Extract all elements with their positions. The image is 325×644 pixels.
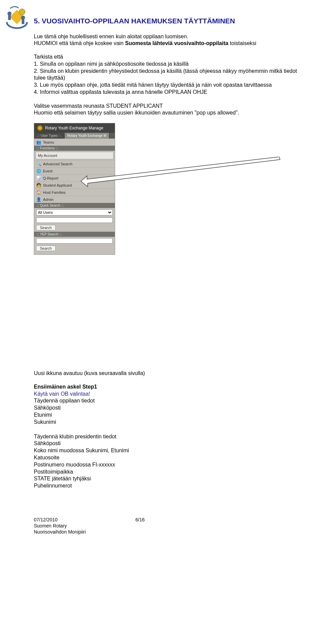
yep-search-button[interactable]: Search [36,246,56,251]
sidebar-item-admin[interactable]: 👤 Admin [34,196,115,203]
sidebar-item-my-account[interactable]: My Account [36,152,113,159]
section-quick-search: .:: Quick Search ::. [34,203,115,208]
checklist: Tarkista että 1. Sinulla on oppilaan nim… [34,54,298,96]
checklist-item-2: 2. Sinulla on klubin presidentin yhteyst… [34,68,298,82]
yep-search-input[interactable] [36,238,113,244]
advanced-search-label: Advanced Search [43,162,72,166]
sidebar-item-event[interactable]: 🌐 Event [34,167,115,174]
president-zip: Postinumero muodossa FI-xxxxxx [34,461,298,469]
svg-rect-5 [22,19,24,24]
svg-rect-3 [8,15,11,20]
rotary-logo [3,3,30,30]
ryem-tabs: .:: User Types ::. Rotary Youth Exchange… [34,133,115,139]
checklist-item-4: 4. Informoi valittua oppilasta tulevasta… [34,89,298,96]
sidebar-item-host-families[interactable]: 🏠 Host Families [34,189,115,196]
president-block: Täydennä klubin presidentin tiedot Sähkö… [34,433,298,490]
president-fill: Täydennä klubin presidentin tiedot [34,433,298,440]
president-street: Katuosoite [34,454,298,461]
intro-line-2-post: toistaiseksi [228,40,256,46]
footer-org-2: Nuorisovaihdon Monipiiri [34,529,298,535]
host-families-icon: 🏠 [36,190,41,195]
qreport-label: Q-Report [43,176,58,180]
step1-heading: Ensiimäinen askel Step1 [34,383,298,391]
footer-org-1: Suomen Rotary [34,523,298,529]
step1-lastname: Sukunimi [34,419,298,426]
search-icon: 🔍 [36,162,41,166]
teams-icon: 👥 [36,140,41,145]
ryem-title: Rotary Youth Exchange Manage [45,126,103,130]
checklist-head: Tarkista että [34,54,298,61]
page-heading: 5. VUOSIVAIHTO-OPPILAAN HAKEMUKSEN TÄYTT… [34,17,298,25]
tab-user-types[interactable]: .:: User Types ::. [34,133,65,139]
instruction-line-1: Valitse vasemmasta reunasta STUDENT APPL… [34,103,163,109]
president-email: Sähköposti [34,440,298,447]
president-state: STATE jätetään tyhjäksi [34,475,298,482]
event-icon: 🌐 [36,169,41,173]
footer-page-number: 6/16 [135,517,145,523]
quick-search-input[interactable] [36,217,113,223]
sidebar-item-qreport[interactable]: 📊 Q-Report [34,174,115,182]
president-fullname: Koko nimi muodossa Sukunimi, Etunimi [34,447,298,454]
screenshot-embed: Rotary Youth Exchange Manage .:: User Ty… [34,123,298,255]
sidebar-item-advanced-search[interactable]: 🔍 Advanced Search [34,160,115,167]
instruction-paragraph: Valitse vasemmasta reunasta STUDENT APPL… [34,103,298,116]
ryem-header: Rotary Youth Exchange Manage [34,123,115,133]
intro-line-2-bold: Suomesta lähteviä vuosivaihto-oppilaita [125,40,228,46]
step1-block: Ensiimäinen askel Step1 Käytä vain OB va… [34,383,298,426]
svg-point-1 [19,9,25,15]
ryem-panel: Rotary Youth Exchange Manage .:: User Ty… [34,123,115,255]
intro-paragraph: Lue tämä ohje huolellisesti ennen kuin a… [34,33,298,47]
instruction-line-2: Huomio että selaimen täytyy sallia uusie… [34,110,239,116]
host-families-label: Host Families [43,190,66,194]
president-city: Postitoimipaikka [34,469,298,476]
page-footer: 07/12/2010 6/16 Suomen Rotary Nuorisovai… [34,517,298,535]
student-icon: 🧑 [36,183,41,188]
step1-blue-note: Käytä vain OB valintaa! [34,391,298,398]
step1-email: Sähköposti [34,404,298,412]
step1-firstname: Etunimi [34,412,298,419]
svg-point-2 [7,12,12,16]
rotary-gear-icon [37,125,43,131]
event-label: Event [43,169,52,173]
admin-icon: 👤 [36,197,41,202]
tab-ryem[interactable]: Rotary Youth Exchange M [65,133,110,139]
admin-label: Admin [43,198,53,202]
student-applicant-label: Student Applicant [43,183,72,187]
checklist-item-3: 3. Lue myös oppilaan ohje, jotta tiedät … [34,82,298,89]
sidebar-item-teams[interactable]: 👥 Teams [34,139,115,146]
intro-line-2-pre: HUOMIOI että tämä ohje koskee vain [34,40,125,46]
qreport-icon: 📊 [36,176,41,181]
president-phone: Puhelinnumerot [34,482,298,490]
new-window-text: Uusi ikkuna avautuu (kuva seuraavalla si… [34,370,298,377]
step1-fill-student: Täydennä oppilaan tiedot [34,397,298,404]
svg-point-4 [21,16,25,20]
intro-line-1: Lue tämä ohje huolellisesti ennen kuin a… [34,34,188,39]
footer-date: 07/12/2010 [34,517,135,523]
sidebar-item-student-applicant[interactable]: 🧑 Student Applicant [34,182,115,189]
all-users-select[interactable]: All Users [36,209,113,215]
section-yep-search: .:: YEP Search ::. [34,232,115,237]
section-functions: .:: Functions ::. [34,146,115,151]
checklist-item-1: 1. Sinulla on oppilaan nimi ja sähköpost… [34,61,298,68]
teams-label: Teams [43,140,54,144]
page-content: 5. VUOSIVAIHTO-OPPILAAN HAKEMUKSEN TÄYTT… [0,0,325,549]
my-account-label: My Account [38,153,57,158]
quick-search-button[interactable]: Search [36,225,56,230]
